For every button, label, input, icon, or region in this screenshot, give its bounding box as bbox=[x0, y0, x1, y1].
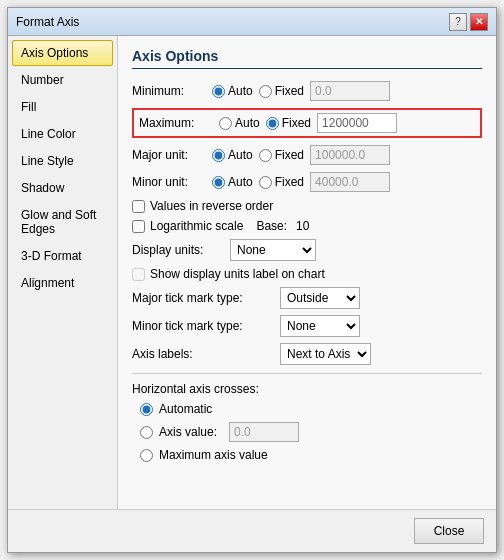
section-title: Axis Options bbox=[132, 48, 482, 69]
maximum-fixed-radio[interactable] bbox=[266, 117, 279, 130]
major-value-input[interactable] bbox=[310, 145, 390, 165]
main-content: Axis Options Minimum: Auto Fixed bbox=[118, 36, 496, 509]
show-units-label: Show display units label on chart bbox=[150, 267, 325, 281]
maximum-label: Maximum: bbox=[139, 116, 219, 130]
sidebar-item-axis-options[interactable]: Axis Options bbox=[12, 40, 113, 66]
minimum-fixed-label[interactable]: Fixed bbox=[259, 84, 304, 98]
sidebar-item-line-style[interactable]: Line Style bbox=[12, 148, 113, 174]
minor-auto-label[interactable]: Auto bbox=[212, 175, 253, 189]
display-units-row: Display units: None Hundreds Thousands M… bbox=[132, 239, 482, 261]
major-fixed-radio[interactable] bbox=[259, 149, 272, 162]
major-unit-radio-group: Auto Fixed bbox=[212, 145, 390, 165]
major-tick-label: Major tick mark type: bbox=[132, 291, 272, 305]
separator bbox=[132, 373, 482, 374]
format-axis-dialog: Format Axis ? ✕ Axis Options Number Fill… bbox=[7, 7, 497, 553]
dialog-body: Axis Options Number Fill Line Color Line… bbox=[8, 36, 496, 509]
axis-labels-label: Axis labels: bbox=[132, 347, 272, 361]
sidebar: Axis Options Number Fill Line Color Line… bbox=[8, 36, 118, 509]
log-scale-label: Logarithmic scale bbox=[150, 219, 243, 233]
minor-tick-label: Minor tick mark type: bbox=[132, 319, 272, 333]
title-close-button[interactable]: ✕ bbox=[470, 13, 488, 31]
sidebar-item-alignment[interactable]: Alignment bbox=[12, 270, 113, 296]
axis-labels-row: Axis labels: None Low High Next to Axis bbox=[132, 343, 482, 365]
max-axis-label: Maximum axis value bbox=[159, 448, 268, 462]
axis-labels-select[interactable]: None Low High Next to Axis bbox=[280, 343, 371, 365]
axis-value-label: Axis value: bbox=[159, 425, 217, 439]
minor-unit-radio-group: Auto Fixed bbox=[212, 172, 390, 192]
minimum-auto-radio[interactable] bbox=[212, 85, 225, 98]
automatic-radio[interactable] bbox=[140, 403, 153, 416]
dialog-title: Format Axis bbox=[16, 15, 79, 29]
sidebar-item-number[interactable]: Number bbox=[12, 67, 113, 93]
minimum-value-input[interactable] bbox=[310, 81, 390, 101]
reverse-order-label: Values in reverse order bbox=[150, 199, 273, 213]
minimum-fixed-radio[interactable] bbox=[259, 85, 272, 98]
minor-unit-label: Minor unit: bbox=[132, 175, 212, 189]
minor-unit-row: Minor unit: Auto Fixed bbox=[132, 172, 482, 192]
log-scale-row: Logarithmic scale Base: 10 bbox=[132, 219, 482, 233]
help-button[interactable]: ? bbox=[449, 13, 467, 31]
display-units-select[interactable]: None Hundreds Thousands Millions Billion… bbox=[230, 239, 316, 261]
minimum-radio-group: Auto Fixed bbox=[212, 81, 390, 101]
base-label: Base: bbox=[256, 219, 287, 233]
major-tick-select[interactable]: None Inside Outside Cross bbox=[280, 287, 360, 309]
close-button[interactable]: Close bbox=[414, 518, 484, 544]
show-units-checkbox[interactable] bbox=[132, 268, 145, 281]
title-bar: Format Axis ? ✕ bbox=[8, 8, 496, 36]
crosses-radio-block: Automatic Axis value: Maximum axis value bbox=[132, 402, 482, 462]
sidebar-item-shadow[interactable]: Shadow bbox=[12, 175, 113, 201]
minor-value-input[interactable] bbox=[310, 172, 390, 192]
axis-value-input[interactable] bbox=[229, 422, 299, 442]
maximum-row-highlighted: Maximum: Auto Fixed bbox=[132, 108, 482, 138]
sidebar-item-fill[interactable]: Fill bbox=[12, 94, 113, 120]
major-tick-row: Major tick mark type: None Inside Outsid… bbox=[132, 287, 482, 309]
major-auto-label[interactable]: Auto bbox=[212, 148, 253, 162]
major-unit-row: Major unit: Auto Fixed bbox=[132, 145, 482, 165]
minor-tick-select[interactable]: None Inside Outside Cross bbox=[280, 315, 360, 337]
log-scale-checkbox[interactable] bbox=[132, 220, 145, 233]
axis-value-radio[interactable] bbox=[140, 426, 153, 439]
axis-value-radio-row: Axis value: bbox=[140, 422, 482, 442]
minor-fixed-radio[interactable] bbox=[259, 176, 272, 189]
display-units-label: Display units: bbox=[132, 243, 222, 257]
horizontal-crosses-label: Horizontal axis crosses: bbox=[132, 382, 482, 396]
major-auto-radio[interactable] bbox=[212, 149, 225, 162]
sidebar-item-glow[interactable]: Glow and Soft Edges bbox=[12, 202, 113, 242]
sidebar-item-3d-format[interactable]: 3-D Format bbox=[12, 243, 113, 269]
minimum-auto-label[interactable]: Auto bbox=[212, 84, 253, 98]
maximum-value-input[interactable] bbox=[317, 113, 397, 133]
major-unit-label: Major unit: bbox=[132, 148, 212, 162]
maximum-auto-label[interactable]: Auto bbox=[219, 116, 260, 130]
sidebar-item-line-color[interactable]: Line Color bbox=[12, 121, 113, 147]
major-fixed-label[interactable]: Fixed bbox=[259, 148, 304, 162]
title-bar-buttons: ? ✕ bbox=[449, 13, 488, 31]
reverse-order-checkbox[interactable] bbox=[132, 200, 145, 213]
minimum-row: Minimum: Auto Fixed bbox=[132, 81, 482, 101]
maximum-fixed-label[interactable]: Fixed bbox=[266, 116, 311, 130]
minor-auto-radio[interactable] bbox=[212, 176, 225, 189]
minor-tick-row: Minor tick mark type: None Inside Outsid… bbox=[132, 315, 482, 337]
automatic-label: Automatic bbox=[159, 402, 212, 416]
minimum-label: Minimum: bbox=[132, 84, 212, 98]
maximum-auto-radio[interactable] bbox=[219, 117, 232, 130]
max-axis-radio-row: Maximum axis value bbox=[140, 448, 482, 462]
max-axis-radio[interactable] bbox=[140, 449, 153, 462]
maximum-radio-group: Auto Fixed bbox=[219, 113, 397, 133]
reverse-order-row: Values in reverse order bbox=[132, 199, 482, 213]
base-value: 10 bbox=[296, 219, 309, 233]
automatic-radio-row: Automatic bbox=[140, 402, 482, 416]
dialog-footer: Close bbox=[8, 509, 496, 552]
show-units-row: Show display units label on chart bbox=[132, 267, 482, 281]
minor-fixed-label[interactable]: Fixed bbox=[259, 175, 304, 189]
